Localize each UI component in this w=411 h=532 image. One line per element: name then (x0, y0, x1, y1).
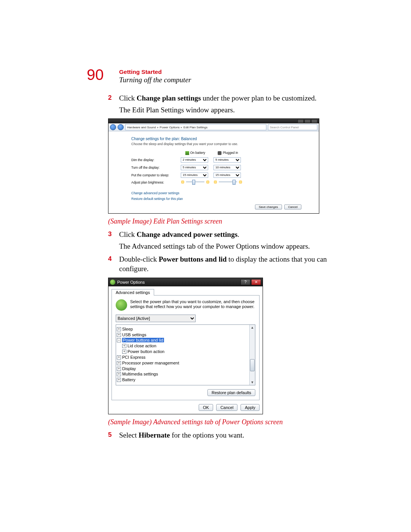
chapter-title: Getting Started (119, 69, 327, 75)
step-number: 3 (108, 230, 112, 238)
apply-button[interactable]: Apply (241, 404, 260, 411)
scroll-thumb[interactable] (250, 359, 255, 371)
sun-dim-icon (181, 180, 185, 184)
breadcrumb[interactable]: Hardware and Sound▸ Power Options▸ Edit … (125, 124, 266, 130)
row-sleep: Put the computer to sleep: (131, 173, 169, 177)
tree-node-multimedia[interactable]: Multimedia settings (117, 371, 254, 377)
tree-node-usb[interactable]: USB settings (117, 332, 254, 338)
back-icon[interactable] (110, 124, 116, 130)
power-options-dialog-screenshot: Power Options ? ✕ Advanced settings Sele… (108, 278, 263, 414)
restore-defaults-button[interactable]: Restore plan defaults (207, 389, 255, 396)
figure-caption: (Sample Image) Advanced settings tab of … (108, 418, 327, 426)
tree-node-pci[interactable]: PCI Express (117, 355, 254, 360)
window-titlebar (108, 119, 319, 123)
breadcrumb-item[interactable]: Power Options (160, 126, 180, 129)
cancel-button[interactable]: Cancel (284, 204, 301, 209)
save-changes-button[interactable]: Save changes (255, 204, 282, 209)
tree-node-lid-close[interactable]: Lid close action (122, 343, 254, 349)
scroll-down-icon[interactable]: ▼ (251, 380, 254, 385)
power-plan-icon (116, 299, 127, 311)
dialog-subtext: Choose the sleep and display settings th… (131, 142, 307, 146)
close-icon[interactable]: ✕ (251, 279, 261, 285)
tree-node-power-buttons-lid[interactable]: Power buttons and lid (117, 337, 254, 343)
forward-icon[interactable] (118, 124, 124, 130)
figure-caption: (Sample Image) Edit Plan Settings screen (108, 217, 327, 225)
step-number: 2 (108, 94, 112, 102)
step-text: . (237, 230, 239, 238)
restore-defaults-link[interactable]: Restore default settings for this plan (131, 197, 307, 201)
dialog-intro-text: Select the power plan that you want to c… (130, 299, 255, 311)
sun-dim-icon (213, 180, 217, 184)
power-options-icon (110, 280, 115, 285)
step-text: Click (119, 94, 137, 102)
cancel-button[interactable]: Cancel (216, 404, 237, 411)
tree-node-power-button[interactable]: Power button action (122, 349, 254, 355)
maximize-icon[interactable] (304, 119, 311, 123)
tree-node-display[interactable]: Display (117, 366, 254, 372)
step-text: under the power plan to be customized. (201, 94, 317, 102)
breadcrumb-item[interactable]: Edit Plan Settings (183, 126, 207, 129)
sleep-plugged-select[interactable]: 15 minutes (213, 173, 241, 178)
step-text: Double-click (119, 255, 159, 263)
battery-icon (185, 151, 189, 155)
sun-bright-icon (239, 180, 242, 184)
scrollbar[interactable]: ▲ ▼ (249, 325, 255, 385)
window-title: Power Options (117, 280, 240, 284)
tree-node-sleep[interactable]: Sleep (117, 326, 254, 332)
step-bold: Hibernate (139, 431, 170, 439)
minimize-icon[interactable] (298, 119, 304, 123)
plug-icon (218, 151, 221, 155)
off-plugged-select[interactable]: 10 minutes (213, 165, 241, 170)
step-5: 5 Select Hibernate for the options you w… (119, 431, 327, 440)
row-dim-display: Dim the display: (131, 158, 154, 162)
step-3: 3 Click Change advanced power settings. (119, 230, 327, 240)
step-text: Select (119, 431, 139, 439)
help-icon[interactable]: ? (241, 279, 250, 285)
brightness-plugged-slider[interactable] (213, 180, 242, 184)
sleep-battery-select[interactable]: 15 minutes (181, 173, 208, 178)
window-titlebar: Power Options ? ✕ (108, 278, 263, 286)
col-plugged-in: Plugged in (223, 151, 238, 155)
step-followup: The Advanced settings tab of the Power O… (119, 242, 327, 251)
step-4: 4 Double-click Power buttons and lid to … (119, 255, 327, 273)
dim-battery-select[interactable]: 2 minutes (181, 157, 208, 163)
tab-advanced-settings[interactable]: Advanced settings (112, 289, 154, 296)
sun-bright-icon (206, 180, 210, 184)
step-2: 2 Click Change plan settings under the p… (119, 94, 327, 103)
change-advanced-link[interactable]: Change advanced power settings (131, 191, 307, 195)
step-bold: Change advanced power settings (137, 230, 237, 238)
row-brightness: Adjust plan brightness: (131, 181, 164, 184)
row-turn-off-display: Turn off the display: (131, 166, 159, 169)
step-bold: Power buttons and lid (159, 255, 227, 263)
explorer-navbar: Hardware and Sound▸ Power Options▸ Edit … (108, 123, 319, 131)
edit-plan-settings-screenshot: Hardware and Sound▸ Power Options▸ Edit … (108, 118, 319, 214)
off-battery-select[interactable]: 5 minutes (181, 165, 208, 170)
section-title: Turning off the computer (119, 76, 327, 85)
step-number: 5 (108, 431, 112, 439)
search-input[interactable]: Search Control Panel (268, 124, 317, 130)
page-number: 90 (87, 66, 104, 83)
col-on-battery: On battery (190, 151, 206, 155)
power-plan-select[interactable]: Balanced [Active] (116, 315, 196, 322)
dim-plugged-select[interactable]: 5 minutes (213, 157, 241, 163)
step-text: Click (119, 230, 137, 238)
step-bold: Change plan settings (137, 94, 201, 102)
tree-node-battery[interactable]: Battery (117, 377, 254, 383)
tree-node-processor[interactable]: Processor power management (117, 360, 254, 366)
settings-tree[interactable]: Sleep USB settings Power buttons and lid… (116, 324, 255, 385)
breadcrumb-item[interactable]: Hardware and Sound (127, 126, 156, 129)
step-number: 4 (108, 255, 112, 263)
close-icon[interactable] (311, 119, 317, 123)
brightness-battery-slider[interactable] (181, 180, 210, 184)
step-text: for the options you want. (170, 431, 244, 439)
dialog-heading: Change settings for the plan: Balanced (131, 137, 307, 141)
scroll-up-icon[interactable]: ▲ (251, 325, 254, 330)
step-followup: The Edit Plan Settings window appears. (119, 105, 327, 115)
ok-button[interactable]: OK (199, 404, 213, 411)
